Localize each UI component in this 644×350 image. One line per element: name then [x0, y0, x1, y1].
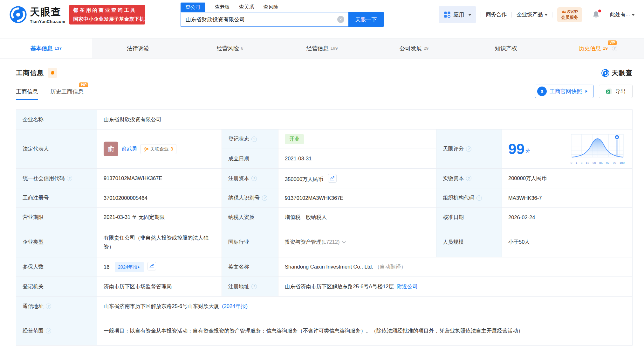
logo-swirl-icon [601, 69, 610, 77]
tianyancha-logo[interactable]: 天眼查 TianYanCha.com [9, 5, 65, 24]
divider [481, 12, 481, 18]
subtab-label: 工商信息 [16, 88, 38, 95]
top-header: 天眼查 TianYanCha.com 都在用的商业查询工具 国家中小企业发展子基… [0, 0, 644, 29]
svip-member-badge[interactable]: SVIP 会员服务 [557, 7, 582, 22]
page: 天眼查 TianYanCha.com 都在用的商业查询工具 国家中小企业发展子基… [0, 0, 644, 346]
subtab-history-business-info[interactable]: VIP 历史工商信息 [50, 88, 84, 100]
header-nav: 应用 商务合作 企业级产品 SVIP 会员服务 [439, 6, 634, 23]
org-code-value: MA3WHK36-7 [502, 188, 633, 208]
help-icon[interactable]: ? [46, 328, 51, 333]
apps-menu[interactable]: 应用 [439, 6, 476, 23]
vip-badge: VIP [608, 40, 617, 45]
reg-status-value: 开业 [278, 130, 436, 149]
subtab-business-info[interactable]: 工商信息 [16, 88, 38, 100]
tick-label: 100 [620, 161, 625, 164]
tick-label: 0 [571, 161, 572, 164]
reg-address-label: 注册地址 ? [222, 277, 278, 297]
business-term-value: 2021-03-31 至 无固定期限 [97, 208, 222, 227]
tab-company-development[interactable]: 公司发展 29 [368, 38, 460, 58]
help-icon[interactable]: ? [612, 46, 617, 51]
insured-count-value: 16 2024年报 [97, 257, 222, 277]
svip-label: SVIP [567, 9, 578, 14]
help-icon[interactable]: ? [466, 176, 471, 181]
monitor-bell-icon[interactable] [48, 68, 57, 78]
tab-history-info[interactable]: VIP 历史信息 29 ? [552, 38, 644, 58]
business-info-table: 企业名称 山东省财欣投资有限公司 法定代表人 俞 俞武勇 [16, 109, 633, 346]
slogan-line2: 国家中小企业发展子基金旗下机构 [73, 15, 141, 24]
tab-count: 137 [54, 46, 62, 51]
tab-basic-info[interactable]: 基本信息 137 [0, 38, 92, 58]
related-companies-badge[interactable]: 关联企业 3 [140, 144, 176, 154]
help-icon[interactable]: ? [251, 136, 257, 142]
taxpayer-quality-value: 增值税一般纳税人 [278, 208, 436, 227]
chevron-down-icon[interactable] [342, 240, 346, 243]
help-icon[interactable]: ? [251, 176, 257, 181]
search-input[interactable] [181, 12, 348, 27]
help-icon[interactable]: ? [67, 176, 72, 181]
help-icon[interactable]: ? [476, 195, 482, 201]
establish-date-label: 成立日期 [222, 149, 278, 169]
notification-bell-icon[interactable] [592, 10, 600, 19]
tab-label: 知识产权 [495, 45, 517, 52]
nav-business-cooperation[interactable]: 商务合作 [486, 11, 507, 18]
user-menu[interactable]: 此处有... [610, 11, 634, 18]
enterprise-label: 企业级产品 [517, 11, 543, 18]
watermark-title: 天眼查 [612, 68, 633, 77]
reg-authority-value: 济南市历下区市场监督管理局 [97, 277, 222, 297]
help-icon[interactable]: ? [251, 284, 257, 289]
tab-count: 29 [424, 46, 428, 51]
logo-text: 天眼查 TianYanCha.com [30, 5, 65, 24]
table-row: 企业名称 山东省财欣投资有限公司 [16, 110, 633, 130]
capital-trend-icon[interactable] [328, 174, 337, 183]
export-label: 导出 [615, 88, 626, 95]
org-chart-icon [144, 147, 148, 151]
notification-dot [598, 10, 601, 12]
score-distribution-chart: 0131550859799100 [571, 134, 625, 164]
avatar[interactable]: 俞 [104, 142, 118, 156]
export-button[interactable]: 导出 [599, 85, 633, 98]
help-icon[interactable]: ? [466, 146, 471, 152]
score-unit: 分 [525, 148, 530, 154]
help-icon[interactable]: ? [262, 195, 267, 201]
paid-capital-label: 实缴资本 ? [436, 169, 502, 188]
svip-sublabel: 会员服务 [561, 15, 578, 20]
table-row: 工商注册号 370102000005464 纳税人识别号 ? 91370102M… [16, 188, 633, 208]
divider [605, 12, 605, 18]
reg-number-label: 工商注册号 [16, 188, 97, 208]
score-chart-ticks: 0131550859799100 [571, 161, 625, 164]
tab-intellectual-property[interactable]: 知识产权 [460, 38, 552, 58]
search-tab-risk[interactable]: 查风险 [264, 4, 278, 12]
related-count: 3 [171, 146, 173, 151]
clear-icon[interactable]: × [337, 16, 344, 23]
tick-label: 85 [599, 161, 603, 164]
establish-date-value: 2021-03-31 [278, 149, 436, 169]
search-tab-relation[interactable]: 查关系 [239, 4, 254, 12]
tab-operation-info[interactable]: 经营信息 199 [276, 38, 368, 58]
search-tab-boss[interactable]: 查老板 [215, 4, 230, 12]
legal-rep-link[interactable]: 俞武勇 [121, 145, 137, 152]
tab-operation-risk[interactable]: 经营风险 6 [184, 38, 276, 58]
official-snapshot-button[interactable]: 工商官网快照 [535, 85, 594, 98]
subtab-label: 历史工商信息 [50, 88, 84, 95]
search-area: 查公司 查老板 查关系 查风险 × 天眼一下 [181, 3, 384, 27]
chevron-down-icon [469, 14, 471, 17]
help-icon[interactable]: ? [46, 304, 51, 309]
search-tab-company[interactable]: 查公司 [181, 3, 206, 12]
vip-badge: VIP [79, 82, 88, 87]
approval-date-value: 2026-02-24 [502, 208, 633, 227]
search-button[interactable]: 天眼一下 [348, 12, 384, 27]
search-tabs: 查公司 查老板 查关系 查风险 [181, 3, 384, 12]
tab-legal-litigation[interactable]: 法律诉讼 [92, 38, 184, 58]
annual-report-badge[interactable]: 2024年报 [115, 262, 144, 272]
nearby-companies-link[interactable]: 附近公司 [397, 284, 418, 289]
insured-trend-icon[interactable] [147, 262, 156, 270]
nav-enterprise-products[interactable]: 企业级产品 [517, 11, 547, 18]
logo-swirl-icon [9, 5, 27, 24]
annual-report-link[interactable]: (2024年报) [222, 303, 248, 309]
credit-code-value: 91370102MA3WHK367E [97, 169, 222, 188]
tab-label: 历史信息 [579, 45, 601, 52]
reg-address-value: 山东省济南市历下区解放东路25-6号A号楼12层 附近公司 [278, 277, 633, 297]
divider [511, 12, 512, 18]
business-scope-label: 经营范围 ? [16, 316, 97, 346]
industry-code: (L7212) [322, 239, 340, 245]
